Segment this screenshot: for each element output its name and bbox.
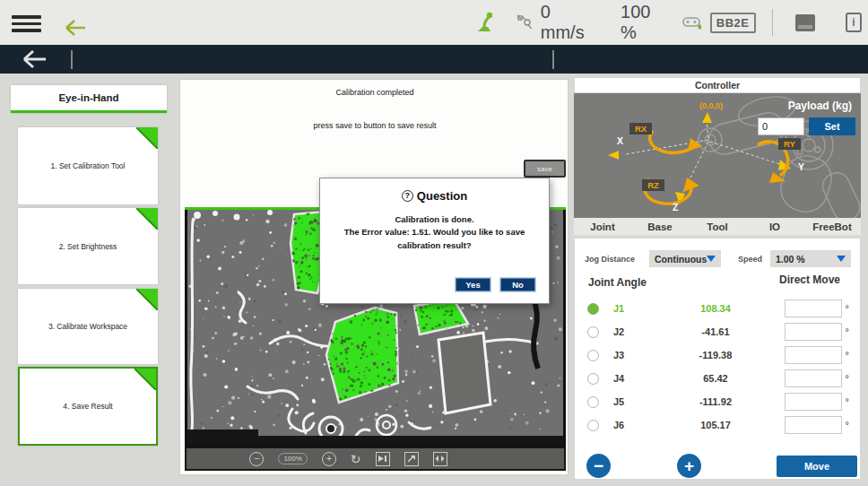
joint-row-j4: J4 65.42 ° [587, 368, 849, 389]
yes-button[interactable]: Yes [455, 277, 491, 292]
save-button[interactable]: save [524, 160, 566, 178]
tab-io[interactable]: IO [746, 218, 803, 235]
direct-move-header: Direct Move [779, 273, 840, 286]
joint-name: J3 [613, 350, 638, 360]
step-complete-marker [136, 127, 158, 149]
zoom-in-button[interactable]: + [322, 452, 336, 466]
step-save-result[interactable]: 4. Save Result [18, 367, 158, 446]
chevron-down-icon [837, 256, 846, 262]
status-cluster: 0 mm/s 100 % BB2E i [475, 0, 868, 45]
question-icon: ? [402, 190, 413, 202]
dialog-message-line2: The Error value: 1.51. Would you like to… [320, 226, 549, 252]
jog-minus-button[interactable]: − [586, 454, 611, 478]
chevron-down-icon [707, 256, 716, 262]
jog-plus-button[interactable]: + [677, 454, 701, 478]
joint-value: -41.61 [684, 326, 746, 337]
tab-joint[interactable]: Joint [574, 218, 631, 235]
joint-row-j6: J6 105.17 ° [587, 414, 849, 436]
step-complete-marker [136, 208, 158, 230]
speed-override-value: 100 % [621, 2, 664, 43]
joint-radio-j6[interactable] [587, 420, 599, 431]
step-complete-marker [136, 289, 158, 310]
step-calibrate-workspace[interactable]: 3. Calibrate Workspace [18, 289, 158, 364]
fit-width-button[interactable] [376, 452, 390, 466]
z-axis-label: Z [673, 202, 679, 213]
joint-target-input-j1[interactable] [785, 299, 842, 317]
tab-base[interactable]: Base [631, 218, 689, 235]
origin-label: (0,0,0) [699, 101, 723, 110]
zoom-level: 100% [278, 453, 307, 464]
joint-target-input-j2[interactable] [785, 323, 842, 341]
step-complete-marker [135, 369, 156, 390]
joint-row-j1: J1 108.34 ° [587, 298, 849, 319]
jog-distance-value: Continuous [655, 254, 707, 265]
tab-tool[interactable]: Tool [689, 218, 746, 235]
degree-symbol: ° [846, 350, 849, 360]
tab-freebot[interactable]: FreeBot [803, 218, 861, 235]
joint-target-input-j5[interactable] [785, 393, 842, 411]
joint-row-j5: J5 -111.92 ° [587, 391, 849, 412]
joint-angle-header: Joint Angle [588, 276, 647, 289]
fullscreen-button[interactable] [433, 452, 447, 466]
menu-icon[interactable] [12, 15, 41, 32]
joint-target-input-j4[interactable] [785, 369, 842, 387]
speed-select[interactable]: 1.00 % [770, 250, 851, 267]
robot-visualization: RX RY RZ X Y Z (0,0,0) Payload (kg) Set [574, 93, 861, 218]
dialog-title-text: Question [417, 189, 467, 203]
robot-tcp-icon [475, 12, 492, 33]
joint-value: 65.42 [684, 373, 746, 384]
jog-panel: Jog Distance Continuous Speed 1.00 % Joi… [574, 238, 861, 480]
info-icon[interactable]: i [846, 13, 861, 32]
joint-radio-j3[interactable] [587, 350, 599, 361]
secondary-nav-bar [0, 45, 868, 74]
status-text-1: Calibration completed [180, 88, 569, 97]
move-button[interactable]: Move [777, 456, 857, 477]
toolbar-divider [772, 9, 773, 36]
jog-distance-label: Jog Distance [585, 255, 635, 264]
payload-set-button[interactable]: Set [809, 117, 855, 135]
speed-label: Speed [738, 255, 762, 264]
back-arrow-icon-white[interactable] [21, 48, 49, 70]
joint-row-j2: J2 -41.61 ° [587, 321, 849, 343]
image-viewer-toolbar: − 100% + ↻ [185, 447, 566, 471]
zoom-out-button[interactable]: − [249, 452, 264, 466]
step-set-calibration-tool[interactable]: 1. Set Calibration Tool [18, 127, 158, 204]
joint-target-input-j6[interactable] [785, 416, 842, 434]
ry-label: RY [784, 139, 796, 149]
no-button[interactable]: No [499, 277, 536, 292]
joint-radio-j4[interactable] [587, 373, 599, 385]
degree-symbol: ° [846, 396, 849, 407]
controller-tabs: Joint Base Tool IO FreeBot [574, 218, 861, 235]
controller-serial-badge: BB2E [710, 13, 756, 33]
calibration-panel: Calibration completed press save to butt… [179, 79, 569, 475]
degree-symbol: ° [846, 420, 849, 430]
x-axis-label: X [617, 135, 623, 146]
question-dialog: ? Question Calibration is done. The Erro… [319, 178, 550, 304]
nav-divider-right [552, 50, 554, 69]
degree-symbol: ° [846, 326, 849, 337]
expand-button[interactable] [404, 452, 419, 466]
joint-radio-j5[interactable] [587, 396, 599, 408]
dialog-title: ? Question [320, 189, 549, 203]
joint-name: J5 [613, 396, 638, 407]
virtual-keyboard-icon[interactable] [795, 14, 815, 31]
controller-panel-title: Controller [574, 77, 861, 93]
joint-radio-j2[interactable] [587, 326, 599, 338]
payload-label: Payload (kg) [788, 100, 852, 112]
jog-distance-select[interactable]: Continuous [649, 250, 721, 267]
back-arrow-icon-green[interactable] [63, 18, 88, 38]
step-label: 4. Save Result [63, 402, 112, 411]
rotate-button[interactable]: ↻ [351, 453, 361, 465]
joint-name: J1 [613, 303, 638, 314]
step-label: 2. Set Brightness [59, 242, 117, 251]
joint-value: -111.92 [684, 396, 746, 407]
status-text-2: press save to button to save result [180, 121, 569, 130]
step-set-brightness[interactable]: 2. Set Brightness [18, 208, 158, 284]
joint-target-input-j3[interactable] [785, 346, 842, 364]
joint-radio-j1[interactable] [587, 303, 599, 315]
payload-input[interactable] [758, 117, 804, 135]
top-toolbar: 0 mm/s 100 % BB2E i [0, 0, 868, 45]
gamepad-icon[interactable] [681, 13, 701, 31]
joint-name: J2 [613, 326, 638, 337]
joint-value: 108.34 [684, 303, 746, 314]
